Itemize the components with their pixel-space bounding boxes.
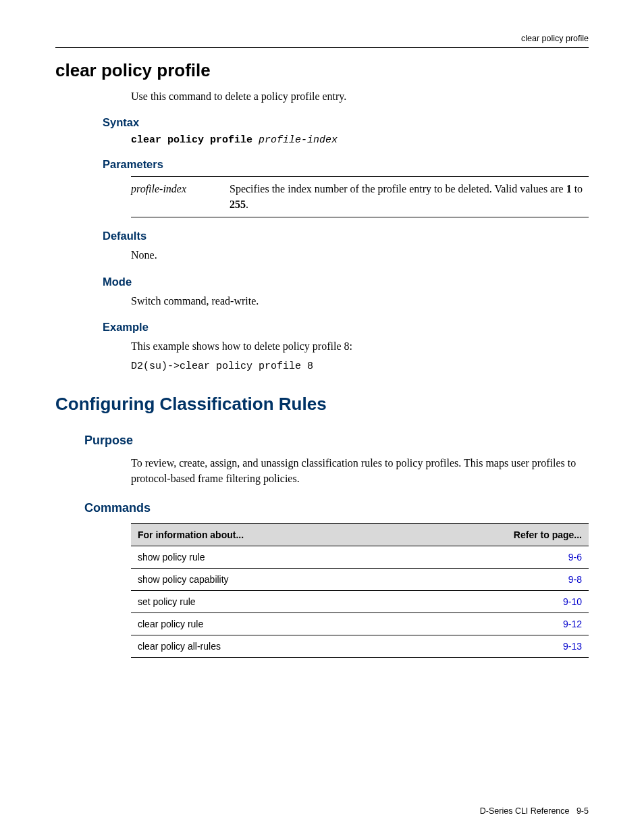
command-name: show policy rule [131, 546, 403, 569]
text: Specifies the index number of the profil… [230, 183, 566, 194]
syntax-arg: profile-index [259, 134, 338, 146]
command-title: clear policy profile [55, 60, 589, 81]
parameters-heading: Parameters [103, 158, 589, 171]
commands-heading: Commands [84, 501, 589, 515]
purpose-heading: Purpose [84, 434, 589, 448]
defaults-heading: Defaults [103, 230, 589, 242]
table-row: set policy rule 9-10 [131, 591, 589, 613]
text-bold: 1 [566, 183, 572, 194]
mode-text: Switch command, read-write. [131, 294, 589, 309]
example-intro: This example shows how to delete policy … [131, 339, 589, 354]
commands-table: For information about... Refer to page..… [131, 523, 589, 658]
text: . [246, 199, 248, 210]
table-row: show policy rule 9-6 [131, 546, 589, 569]
footer-doc-title: D-Series CLI Reference [480, 806, 570, 816]
table-row: profile-index Specifies the index number… [131, 177, 589, 217]
page-reference-link[interactable]: 9-13 [403, 635, 589, 658]
parameters-table: profile-index Specifies the index number… [131, 176, 589, 217]
table-row: clear policy all-rules 9-13 [131, 635, 589, 658]
page-reference-link[interactable]: 9-10 [403, 591, 589, 613]
running-header: clear policy profile [55, 34, 589, 43]
table-header-row: For information about... Refer to page..… [131, 524, 589, 546]
footer-page-number: 9-5 [576, 806, 589, 816]
mode-heading: Mode [103, 276, 589, 288]
param-desc: Specifies the index number of the profil… [230, 177, 589, 217]
command-name: show policy capability [131, 569, 403, 591]
example-heading: Example [103, 321, 589, 334]
table-header: Refer to page... [403, 524, 589, 546]
syntax-heading: Syntax [103, 116, 589, 129]
page-reference-link[interactable]: 9-6 [403, 546, 589, 569]
header-rule [55, 47, 589, 48]
syntax-line: clear policy profile profile-index [131, 134, 589, 146]
text: to [572, 183, 583, 194]
command-name: clear policy rule [131, 613, 403, 635]
command-intro: Use this command to delete a policy prof… [131, 89, 589, 104]
page-reference-link[interactable]: 9-12 [403, 613, 589, 635]
defaults-text: None. [131, 248, 589, 263]
page-reference-link[interactable]: 9-8 [403, 569, 589, 591]
page-footer: D-Series CLI Reference 9-5 [55, 806, 589, 816]
command-name: set policy rule [131, 591, 403, 613]
param-name: profile-index [131, 177, 230, 217]
example-code: D2(su)->clear policy profile 8 [131, 361, 589, 372]
table-row: clear policy rule 9-12 [131, 613, 589, 635]
command-name: clear policy all-rules [131, 635, 403, 658]
table-row: show policy capability 9-8 [131, 569, 589, 591]
syntax-command: clear policy profile [131, 134, 252, 146]
purpose-text: To review, create, assign, and unassign … [131, 456, 589, 486]
section-title: Configuring Classification Rules [55, 394, 589, 415]
text-bold: 255 [230, 199, 246, 210]
table-header: For information about... [131, 524, 403, 546]
